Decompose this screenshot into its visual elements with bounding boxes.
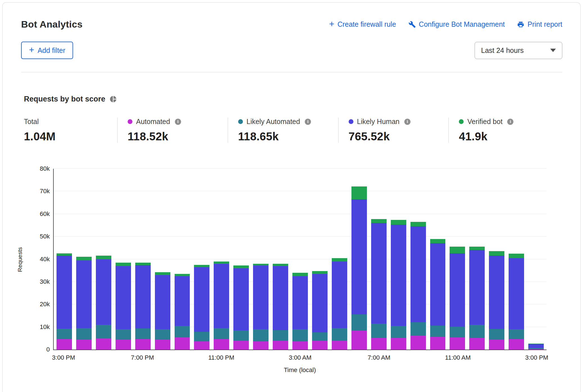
- stacked-bar[interactable]: [96, 169, 111, 350]
- bar-segment-verified-bot[interactable]: [233, 265, 249, 268]
- bar-segment-likely-automated[interactable]: [194, 332, 209, 341]
- bar-segment-likely-human[interactable]: [469, 250, 485, 325]
- stacked-bar[interactable]: [292, 169, 308, 350]
- bar-segment-automated[interactable]: [155, 339, 170, 350]
- bar-segment-verified-bot[interactable]: [450, 247, 465, 253]
- stacked-bar[interactable]: [194, 169, 209, 350]
- configure-bot-management-link[interactable]: Configure Bot Management: [409, 20, 505, 28]
- bar-segment-likely-human[interactable]: [410, 226, 426, 322]
- bar-segment-verified-bot[interactable]: [410, 222, 426, 226]
- bar-segment-likely-automated[interactable]: [489, 329, 504, 339]
- bar-segment-likely-automated[interactable]: [57, 329, 72, 339]
- bar-segment-likely-human[interactable]: [175, 276, 190, 326]
- bar-segment-likely-automated[interactable]: [273, 330, 288, 341]
- bar-segment-likely-automated[interactable]: [351, 314, 367, 330]
- bar-segment-verified-bot[interactable]: [469, 247, 485, 250]
- bar-segment-verified-bot[interactable]: [96, 256, 111, 259]
- stacked-bar[interactable]: [273, 169, 288, 350]
- bar-segment-likely-human[interactable]: [312, 274, 328, 332]
- bar-segment-likely-human[interactable]: [509, 258, 524, 329]
- bar-segment-likely-human[interactable]: [292, 276, 308, 330]
- bar-segment-likely-automated[interactable]: [155, 329, 170, 339]
- bar-segment-likely-automated[interactable]: [332, 328, 347, 340]
- stacked-bar[interactable]: [76, 169, 92, 350]
- bar-segment-automated[interactable]: [391, 338, 406, 350]
- stacked-bar[interactable]: [135, 169, 151, 350]
- bar-segment-automated[interactable]: [116, 339, 131, 350]
- bar-segment-automated[interactable]: [489, 339, 504, 350]
- bar-segment-likely-automated[interactable]: [410, 322, 426, 335]
- info-icon[interactable]: i: [175, 119, 181, 125]
- bar-segment-automated[interactable]: [410, 335, 426, 350]
- bar-segment-likely-automated[interactable]: [509, 329, 524, 339]
- bar-segment-verified-bot[interactable]: [175, 274, 190, 276]
- bar-segment-automated[interactable]: [96, 338, 111, 350]
- bar-segment-likely-automated[interactable]: [233, 330, 249, 341]
- bar-segment-verified-bot[interactable]: [351, 186, 367, 199]
- bar-segment-automated[interactable]: [253, 341, 269, 350]
- stacked-bar[interactable]: [371, 169, 387, 350]
- bar-segment-likely-human[interactable]: [135, 265, 151, 328]
- stacked-bar[interactable]: [351, 169, 367, 350]
- bar-segment-automated[interactable]: [214, 339, 229, 350]
- bar-segment-automated[interactable]: [332, 341, 347, 350]
- bar-segment-likely-automated[interactable]: [292, 329, 308, 341]
- stacked-bar[interactable]: [450, 169, 465, 350]
- bar-segment-likely-automated[interactable]: [312, 332, 328, 341]
- bar-segment-automated[interactable]: [194, 341, 209, 350]
- bar-segment-likely-human[interactable]: [155, 275, 170, 329]
- bar-segment-likely-human[interactable]: [391, 225, 406, 326]
- bar-segment-automated[interactable]: [175, 337, 190, 350]
- bar-segment-verified-bot[interactable]: [312, 271, 328, 274]
- bar-segment-automated[interactable]: [509, 339, 524, 350]
- bar-segment-verified-bot[interactable]: [489, 251, 504, 255]
- bar-segment-likely-automated[interactable]: [391, 326, 406, 338]
- bar-segment-automated[interactable]: [76, 339, 92, 350]
- bar-segment-verified-bot[interactable]: [509, 254, 524, 258]
- bar-segment-likely-human[interactable]: [528, 344, 544, 348]
- bar-segment-automated[interactable]: [469, 338, 485, 350]
- bar-segment-verified-bot[interactable]: [155, 272, 170, 275]
- bar-segment-verified-bot[interactable]: [194, 265, 209, 267]
- bar-segment-verified-bot[interactable]: [76, 257, 92, 260]
- bar-segment-verified-bot[interactable]: [57, 253, 72, 256]
- stacked-bar[interactable]: [116, 169, 131, 350]
- stacked-bar[interactable]: [233, 169, 249, 350]
- bar-segment-automated[interactable]: [292, 341, 308, 350]
- bar-segment-likely-automated[interactable]: [450, 327, 465, 338]
- bar-segment-likely-automated[interactable]: [371, 324, 387, 338]
- stacked-bar[interactable]: [175, 169, 190, 350]
- info-icon[interactable]: i: [305, 119, 311, 125]
- stacked-bar[interactable]: [332, 169, 347, 350]
- bar-segment-likely-human[interactable]: [116, 266, 131, 329]
- info-icon[interactable]: i: [507, 119, 513, 125]
- bar-segment-likely-automated[interactable]: [116, 329, 131, 339]
- bar-segment-verified-bot[interactable]: [273, 264, 288, 266]
- bar-segment-verified-bot[interactable]: [116, 263, 131, 266]
- add-filter-button[interactable]: + Add filter: [21, 42, 73, 59]
- bar-segment-likely-human[interactable]: [76, 260, 92, 328]
- bar-segment-likely-human[interactable]: [194, 267, 209, 332]
- bar-segment-verified-bot[interactable]: [292, 273, 308, 276]
- bar-segment-likely-automated[interactable]: [253, 329, 269, 341]
- bar-segment-verified-bot[interactable]: [135, 263, 151, 265]
- bar-segment-automated[interactable]: [233, 341, 249, 350]
- bar-segment-likely-human[interactable]: [253, 265, 269, 329]
- stacked-bar[interactable]: [391, 169, 406, 350]
- stacked-bar[interactable]: [528, 169, 544, 350]
- bar-segment-likely-human[interactable]: [273, 266, 288, 330]
- bar-segment-likely-human[interactable]: [371, 223, 387, 324]
- stacked-bar[interactable]: [253, 169, 269, 350]
- stacked-bar[interactable]: [430, 169, 446, 350]
- bar-segment-automated[interactable]: [528, 349, 544, 350]
- bar-segment-automated[interactable]: [57, 339, 72, 350]
- stacked-bar[interactable]: [155, 169, 170, 350]
- info-icon[interactable]: i: [404, 119, 410, 125]
- bar-segment-automated[interactable]: [312, 341, 328, 350]
- bar-segment-likely-automated[interactable]: [135, 328, 151, 339]
- bar-segment-likely-human[interactable]: [450, 253, 465, 326]
- bar-segment-likely-human[interactable]: [351, 199, 367, 315]
- stacked-bar[interactable]: [469, 169, 485, 350]
- bar-segment-verified-bot[interactable]: [332, 258, 347, 262]
- bar-segment-likely-automated[interactable]: [175, 326, 190, 337]
